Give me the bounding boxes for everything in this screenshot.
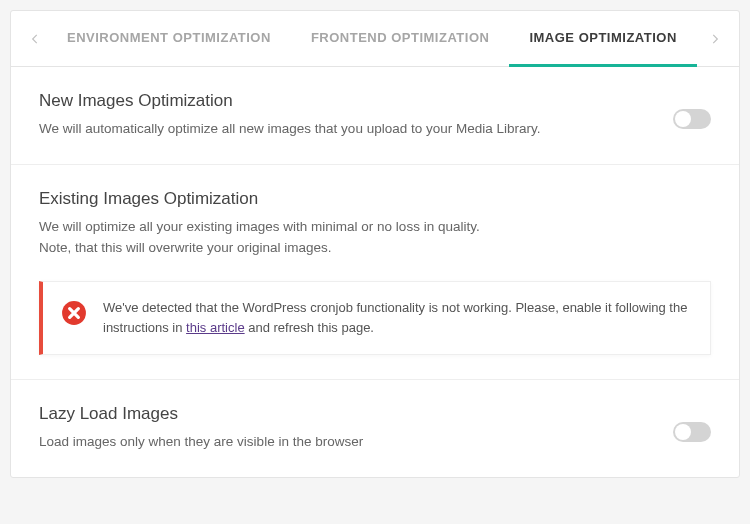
alert-link[interactable]: this article bbox=[186, 320, 245, 335]
error-icon bbox=[61, 300, 87, 326]
description-line: We will optimize all your existing image… bbox=[39, 219, 480, 234]
toggle-knob bbox=[675, 424, 691, 440]
tabs-prev-arrow[interactable] bbox=[23, 32, 47, 46]
toggle-lazy-load[interactable] bbox=[673, 422, 711, 442]
section-existing-images-optimization: Existing Images Optimization We will opt… bbox=[11, 165, 739, 380]
chevron-left-icon bbox=[28, 32, 42, 46]
section-head: Existing Images Optimization We will opt… bbox=[39, 189, 711, 259]
settings-card: ENVIRONMENT OPTIMIZATION FRONTEND OPTIMI… bbox=[10, 10, 740, 478]
alert-message: We've detected that the WordPress cronjo… bbox=[103, 298, 692, 338]
alert-text-after: and refresh this page. bbox=[245, 320, 374, 335]
tabs-next-arrow[interactable] bbox=[703, 32, 727, 46]
tabs-bar: ENVIRONMENT OPTIMIZATION FRONTEND OPTIMI… bbox=[11, 11, 739, 67]
tab-frontend-optimization[interactable]: FRONTEND OPTIMIZATION bbox=[291, 11, 510, 67]
section-description: Load images only when they are visible i… bbox=[39, 432, 363, 453]
section-head: Lazy Load Images Load images only when t… bbox=[39, 404, 711, 453]
section-description: We will automatically optimize all new i… bbox=[39, 119, 540, 140]
alert-cronjob-error: We've detected that the WordPress cronjo… bbox=[39, 281, 711, 355]
toggle-new-images[interactable] bbox=[673, 109, 711, 129]
tabs-list: ENVIRONMENT OPTIMIZATION FRONTEND OPTIMI… bbox=[47, 11, 703, 66]
section-text: Lazy Load Images Load images only when t… bbox=[39, 404, 363, 453]
tab-environment-optimization[interactable]: ENVIRONMENT OPTIMIZATION bbox=[47, 11, 291, 67]
section-lazy-load-images: Lazy Load Images Load images only when t… bbox=[11, 380, 739, 477]
section-description: We will optimize all your existing image… bbox=[39, 217, 480, 259]
section-title: Lazy Load Images bbox=[39, 404, 363, 424]
chevron-right-icon bbox=[708, 32, 722, 46]
description-line: Note, that this will overwrite your orig… bbox=[39, 240, 332, 255]
section-text: New Images Optimization We will automati… bbox=[39, 91, 540, 140]
section-new-images-optimization: New Images Optimization We will automati… bbox=[11, 67, 739, 165]
section-text: Existing Images Optimization We will opt… bbox=[39, 189, 480, 259]
section-title: Existing Images Optimization bbox=[39, 189, 480, 209]
section-title: New Images Optimization bbox=[39, 91, 540, 111]
section-head: New Images Optimization We will automati… bbox=[39, 91, 711, 140]
tab-image-optimization[interactable]: IMAGE OPTIMIZATION bbox=[509, 11, 696, 67]
toggle-knob bbox=[675, 111, 691, 127]
